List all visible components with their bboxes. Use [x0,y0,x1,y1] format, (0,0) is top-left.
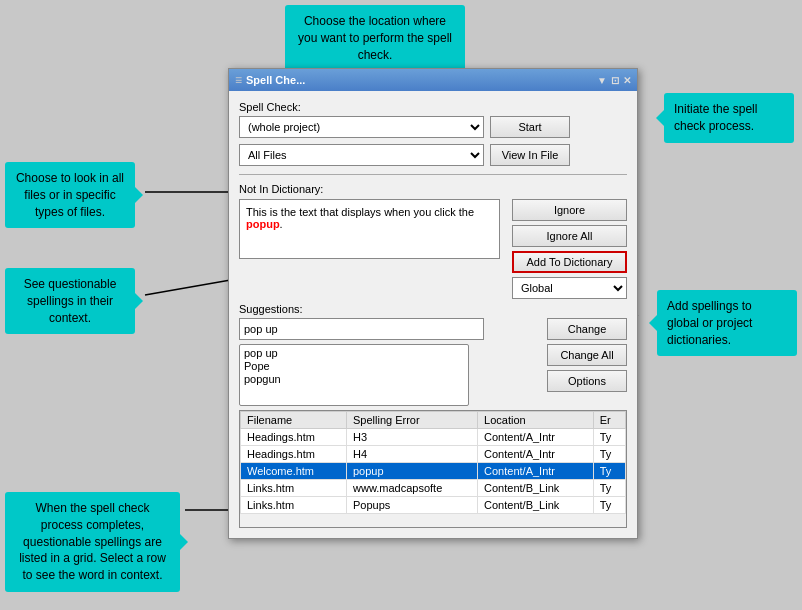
cell-location: Content/B_Link [478,497,594,514]
context-text-before: This is the text that displays when you … [246,206,474,218]
table-row[interactable]: Headings.htm H4 Content/A_Intr Ty [241,446,626,463]
divider1 [239,174,627,175]
cell-type: Ty [593,463,625,480]
cell-filename: Links.htm [241,480,347,497]
suggestions-list-row: pop up Pope popgun [239,344,535,406]
suggestions-left: pop up pop up Pope popgun [239,318,535,406]
files-select[interactable]: All Files HTM/HTML Files CSS Files [239,144,484,166]
cell-error: www.madcapsofte [347,480,478,497]
col-filename: Filename [241,412,347,429]
cell-location: Content/B_Link [478,480,594,497]
results-table: Filename Spelling Error Location Er Head… [240,411,626,514]
cell-location: Content/A_Intr [478,446,594,463]
cell-error: H3 [347,429,478,446]
suggestions-buttons: Change Change All Options [547,318,627,406]
suggestions-row: pop up pop up Pope popgun Change Change … [239,318,627,406]
tooltip-left-mid: See questionable spellings in their cont… [5,268,135,334]
minimize-button[interactable]: ▼ [597,75,607,86]
view-in-file-button[interactable]: View In File [490,144,570,166]
files-row: All Files HTM/HTML Files CSS Files View … [239,144,627,166]
cell-filename: Links.htm [241,497,347,514]
table-header: Filename Spelling Error Location Er [241,412,626,429]
spell-check-section: Spell Check: (whole project) Current Fil… [239,101,627,166]
tooltip-top: Choose the location where you want to pe… [285,5,465,71]
close-button[interactable]: ✕ [623,75,631,86]
col-spelling-error: Spelling Error [347,412,478,429]
suggestions-input[interactable]: pop up [239,318,484,340]
cell-location: Content/A_Intr [478,463,594,480]
table-row[interactable]: Links.htm Popups Content/B_Link Ty [241,497,626,514]
not-in-dictionary-section: Not In Dictionary: This is the text that… [239,183,627,299]
tooltip-right-bottom: Add spellings to global or project dicti… [657,290,797,356]
change-button[interactable]: Change [547,318,627,340]
dict-row: This is the text that displays when you … [239,199,627,299]
table-body: Headings.htm H3 Content/A_Intr Ty Headin… [241,429,626,514]
context-text-after: . [280,218,283,230]
cell-filename: Headings.htm [241,446,347,463]
cell-filename: Welcome.htm [241,463,347,480]
col-location: Location [478,412,594,429]
results-table-container: Filename Spelling Error Location Er Head… [239,410,627,528]
ignore-button[interactable]: Ignore [512,199,627,221]
dialog-titlebar: ≡ Spell Che... ▼ ⊡ ✕ [229,69,637,91]
suggestions-section: Suggestions: pop up pop up Pope popgun C… [239,303,627,406]
spell-check-row: (whole project) Current File Selected Fi… [239,116,627,138]
spell-check-label: Spell Check: [239,101,627,113]
context-box: This is the text that displays when you … [239,199,500,259]
tooltip-bottom-left: When the spell check process completes, … [5,492,180,592]
tooltip-right-top: Initiate the spell check process. [664,93,794,143]
tooltip-left-top: Choose to look in all files or in specif… [5,162,135,228]
cell-error: Popups [347,497,478,514]
dialog-icon: ≡ [235,73,242,87]
cell-type: Ty [593,480,625,497]
dict-select[interactable]: Global Project [512,277,627,299]
table-row[interactable]: Headings.htm H3 Content/A_Intr Ty [241,429,626,446]
ignore-all-button[interactable]: Ignore All [512,225,627,247]
maximize-button[interactable]: ⊡ [611,75,619,86]
change-all-button[interactable]: Change All [547,344,627,366]
dict-buttons: Ignore Ignore All Add To Dictionary Glob… [512,199,627,299]
suggestions-list[interactable]: pop up Pope popgun [239,344,469,406]
spell-check-dialog: ≡ Spell Che... ▼ ⊡ ✕ Spell Check: (whole… [228,68,638,539]
col-type: Er [593,412,625,429]
options-button[interactable]: Options [547,370,627,392]
table-row[interactable]: Links.htm www.madcapsofte Content/B_Link… [241,480,626,497]
suggestions-label: Suggestions: [239,303,627,315]
location-select[interactable]: (whole project) Current File Selected Fi… [239,116,484,138]
cell-error: H4 [347,446,478,463]
start-button[interactable]: Start [490,116,570,138]
dialog-body: Spell Check: (whole project) Current Fil… [229,91,637,538]
dialog-title: Spell Che... [246,74,305,86]
table-row-selected[interactable]: Welcome.htm popup Content/A_Intr Ty [241,463,626,480]
cell-error: popup [347,463,478,480]
titlebar-controls: ▼ ⊡ ✕ [597,75,631,86]
not-in-dict-label: Not In Dictionary: [239,183,627,195]
cell-filename: Headings.htm [241,429,347,446]
popup-word: popup [246,218,280,230]
cell-type: Ty [593,446,625,463]
cell-type: Ty [593,429,625,446]
titlebar-left: ≡ Spell Che... [235,73,305,87]
cell-location: Content/A_Intr [478,429,594,446]
add-to-dict-button[interactable]: Add To Dictionary [512,251,627,273]
cell-type: Ty [593,497,625,514]
